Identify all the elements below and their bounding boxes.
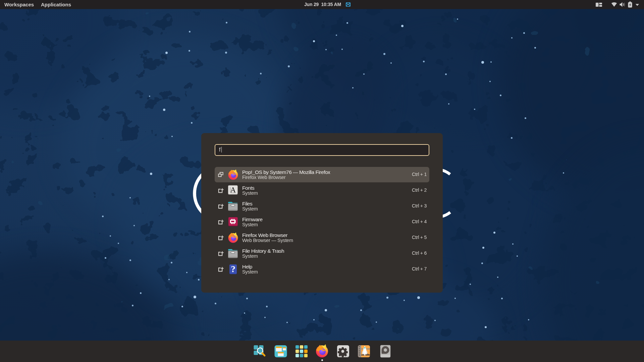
svg-text:?: ? xyxy=(231,264,235,274)
svg-text:A: A xyxy=(230,186,236,194)
